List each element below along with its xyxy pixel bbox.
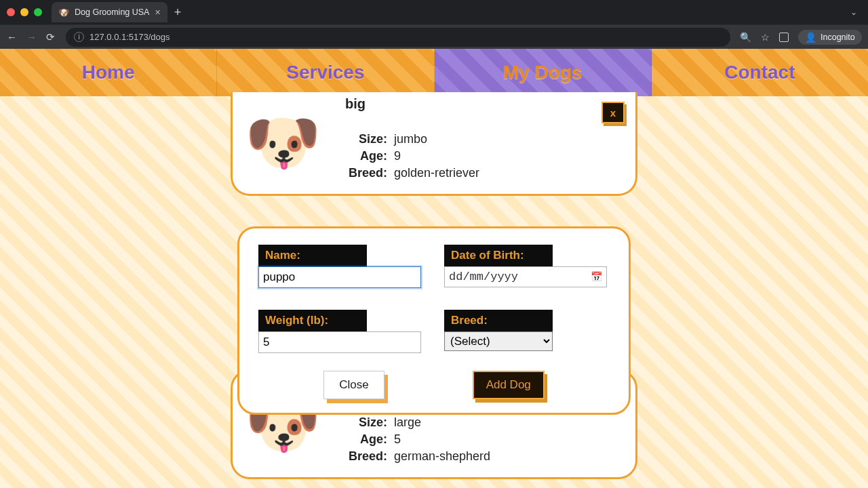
incognito-label: Incognito (821, 33, 855, 42)
window-close-icon[interactable] (7, 8, 15, 16)
stat-label-breed: Breed: (340, 449, 387, 464)
close-label: Close (339, 378, 368, 391)
stat-label-age: Age: (340, 149, 387, 163)
site-info-icon[interactable]: i (74, 32, 84, 42)
breed-select[interactable]: (Select) (444, 331, 553, 351)
browser-toolbar: ← → ⟳ i 127.0.0.1:5173/dogs 🔍 ☆ 👤 Incogn… (0, 24, 868, 49)
stat-label-size: Size: (340, 415, 387, 430)
stat-value-age: 9 (394, 149, 401, 163)
window-controls (7, 8, 42, 16)
dog-name: big (345, 96, 623, 112)
field-weight: Weight (lb): (258, 310, 424, 353)
calendar-icon[interactable]: 📅 (591, 271, 602, 283)
breed-label: Breed: (444, 310, 553, 331)
stat-label-age: Age: (340, 432, 387, 447)
url-text: 127.0.0.1:5173/dogs (90, 32, 170, 42)
dob-label: Date of Birth: (444, 245, 553, 266)
incognito-badge: 👤 Incognito (798, 30, 862, 45)
address-bar[interactable]: i 127.0.0.1:5173/dogs (66, 28, 730, 47)
nav-back-icon[interactable]: ← (7, 31, 17, 43)
close-icon: x (610, 107, 616, 119)
incognito-icon: 👤 (805, 32, 816, 43)
field-breed: Breed: (Select) (444, 310, 610, 353)
tab-close-icon[interactable]: × (155, 7, 160, 18)
nav-services-label: Services (286, 62, 364, 83)
field-name: Name: (258, 245, 424, 288)
dialog-add-dog-button[interactable]: Add Dog (473, 371, 545, 399)
toolbar-right: 🔍 ☆ 👤 Incognito ⋮ (740, 30, 868, 45)
stat-label-breed: Breed: (340, 166, 387, 180)
main-nav: Home Services My Dogs Contact (0, 49, 868, 96)
tab-favicon-icon: 🐶 (58, 8, 69, 17)
page-viewport: Home Services My Dogs Contact big x 🐶 Si… (0, 49, 868, 488)
name-input[interactable] (258, 266, 421, 288)
tabs-overflow-icon[interactable]: ⌄ (850, 7, 861, 17)
browser-titlebar: 🐶 Dog Grooming USA × + ⌄ (0, 0, 868, 24)
stat-label-size: Size: (340, 132, 387, 146)
nav-services[interactable]: Services (217, 49, 434, 96)
stat-value-size: jumbo (394, 132, 427, 146)
nav-my-dogs[interactable]: My Dogs (435, 49, 652, 96)
stat-value-age: 5 (394, 432, 401, 447)
stat-value-size: large (394, 415, 421, 430)
dog-avatar-icon: 🐶 (245, 112, 321, 173)
name-label: Name: (258, 245, 367, 266)
browser-chrome: 🐶 Dog Grooming USA × + ⌄ ← → ⟳ i 127.0.0… (0, 0, 868, 49)
dog-card: big x 🐶 Size: jumbo Age: 9 Breed: (231, 92, 637, 196)
dialog-add-label: Add Dog (486, 378, 531, 391)
nav-contact-label: Contact (724, 62, 795, 83)
nav-home[interactable]: Home (0, 49, 217, 96)
bookmark-icon[interactable]: ☆ (761, 32, 770, 43)
nav-my-dogs-label: My Dogs (503, 62, 583, 83)
dog-stats: Size: jumbo Age: 9 Breed: golden-retriev… (340, 132, 479, 183)
dob-input[interactable]: dd/mm/yyyy 📅 (444, 266, 607, 287)
window-maximize-icon[interactable] (34, 8, 42, 16)
new-tab-button[interactable]: + (174, 5, 182, 20)
browser-tab[interactable]: 🐶 Dog Grooming USA × (52, 2, 167, 22)
tab-title: Dog Grooming USA (75, 7, 149, 17)
add-dog-dialog: Name: Date of Birth: dd/mm/yyyy 📅 Weight… (237, 226, 631, 415)
nav-contact[interactable]: Contact (652, 49, 868, 96)
nav-forward-icon: → (26, 31, 37, 43)
window-minimize-icon[interactable] (20, 8, 28, 16)
dob-placeholder: dd/mm/yyyy (449, 270, 518, 283)
stat-value-breed: german-shepherd (394, 449, 490, 464)
delete-dog-button[interactable]: x (601, 102, 625, 123)
weight-input[interactable] (258, 331, 421, 353)
weight-label: Weight (lb): (258, 310, 367, 331)
search-page-icon[interactable]: 🔍 (740, 32, 751, 43)
stat-value-breed: golden-retriever (394, 166, 479, 180)
nav-home-label: Home (82, 62, 135, 83)
dog-stats: Size: large Age: 5 Breed: german-shepher… (340, 415, 490, 466)
field-dob: Date of Birth: dd/mm/yyyy 📅 (444, 245, 610, 288)
dialog-close-button[interactable]: Close (323, 371, 384, 399)
extensions-icon[interactable] (779, 33, 789, 42)
nav-reload-icon[interactable]: ⟳ (46, 31, 55, 43)
